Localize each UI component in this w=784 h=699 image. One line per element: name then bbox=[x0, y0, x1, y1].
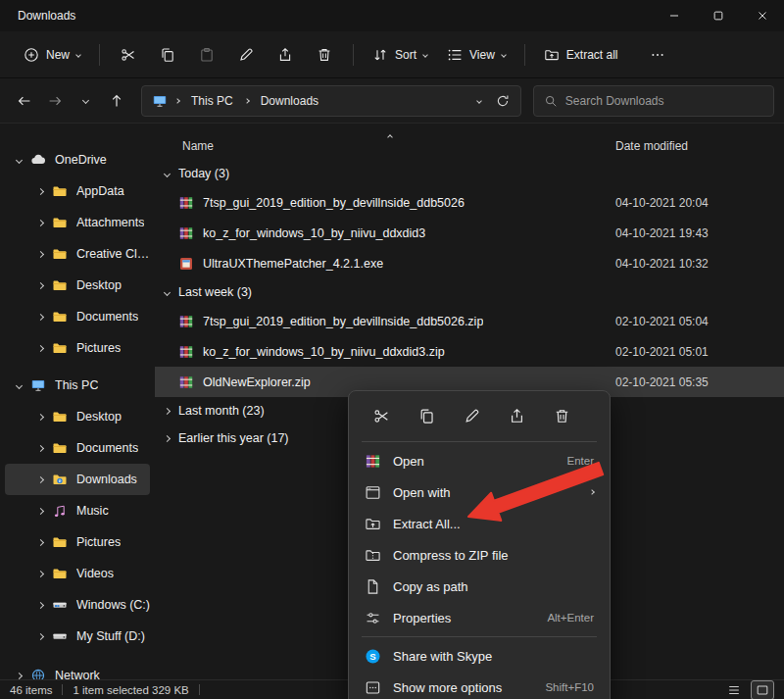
menu-item-compress-to-zip[interactable]: Compress to ZIP file bbox=[353, 539, 606, 571]
menu-item-open[interactable]: Open Enter bbox=[353, 445, 606, 476]
chevron-right-icon[interactable] bbox=[37, 632, 44, 639]
maximize-button[interactable] bbox=[696, 0, 740, 31]
chevron-right-icon[interactable] bbox=[37, 413, 44, 420]
delete-button[interactable] bbox=[545, 402, 579, 430]
address-dropdown-chevron-icon[interactable] bbox=[476, 98, 482, 104]
sidebar-item-desktop-onedrive[interactable]: Desktop bbox=[5, 270, 150, 301]
chevron-right-icon[interactable] bbox=[16, 672, 23, 678]
sidebar-item-my-stuff-d[interactable]: My Stuff (D:) bbox=[5, 621, 150, 652]
sidebar-item-music[interactable]: Music bbox=[5, 495, 150, 526]
copy-button[interactable] bbox=[410, 402, 444, 430]
menu-item-share-with-skype[interactable]: Share with Skype bbox=[353, 640, 606, 672]
chevron-right-icon[interactable] bbox=[37, 281, 44, 288]
sidebar-item-pictures-onedrive[interactable]: Pictures bbox=[5, 332, 150, 364]
menu-item-extract-all[interactable]: Extract All... bbox=[353, 508, 606, 539]
submenu-chevron-icon bbox=[589, 489, 595, 495]
share-button[interactable] bbox=[500, 402, 534, 430]
chevron-right-icon[interactable] bbox=[37, 187, 44, 194]
recent-locations-button[interactable] bbox=[72, 86, 101, 116]
chevron-right-icon[interactable] bbox=[37, 475, 44, 482]
menu-item-copy-as-path[interactable]: Copy as path bbox=[353, 571, 606, 602]
chevron-right-icon[interactable] bbox=[164, 434, 171, 441]
sort-button-label: Sort bbox=[395, 48, 416, 62]
breadcrumb-this-pc[interactable]: This PC bbox=[187, 91, 237, 111]
forward-button[interactable] bbox=[41, 86, 71, 116]
sidebar-item-videos[interactable]: Videos bbox=[5, 558, 150, 589]
minimize-button[interactable] bbox=[652, 0, 696, 31]
new-button[interactable]: New bbox=[14, 39, 90, 71]
share-button[interactable] bbox=[266, 38, 305, 72]
sidebar-item-appdata[interactable]: AppData bbox=[5, 175, 150, 207]
share-icon bbox=[277, 47, 293, 63]
chevron-right-icon[interactable] bbox=[37, 219, 44, 225]
cut-button[interactable] bbox=[365, 402, 399, 430]
sidebar-item-attachments[interactable]: Attachments bbox=[5, 207, 150, 238]
chevron-right-icon[interactable] bbox=[37, 601, 44, 608]
address-bar[interactable]: This PC Downloads bbox=[141, 85, 521, 117]
copy-button[interactable] bbox=[148, 38, 187, 72]
delete-button[interactable] bbox=[305, 38, 344, 72]
rename-button[interactable] bbox=[226, 38, 266, 72]
sidebar-item-creative-cloud[interactable]: Creative Cloud bbox=[5, 238, 150, 270]
chevron-right-icon[interactable] bbox=[37, 344, 44, 351]
search-input[interactable] bbox=[565, 94, 763, 108]
file-name: 7tsp_gui_2019_edition_by_devillnside_ddb… bbox=[203, 196, 465, 210]
chevron-right-icon[interactable] bbox=[37, 538, 44, 545]
column-header-name[interactable]: Name bbox=[182, 139, 214, 153]
file-row[interactable]: 7tsp_gui_2019_edition_by_devillnside_ddb… bbox=[155, 187, 784, 218]
sidebar-item-documents-onedrive[interactable]: Documents bbox=[5, 301, 150, 332]
view-button[interactable]: View bbox=[437, 39, 515, 71]
chevron-right-icon[interactable] bbox=[37, 507, 44, 514]
chevron-down-icon[interactable] bbox=[16, 156, 23, 163]
sidebar-item-label: AppData bbox=[76, 184, 124, 198]
extract-all-button[interactable]: Extract all bbox=[534, 39, 628, 71]
chevron-right-icon[interactable] bbox=[37, 313, 44, 320]
sidebar-item-network[interactable]: Network bbox=[5, 660, 150, 679]
file-row[interactable]: 7tsp_gui_2019_edition_by_devillnside_ddb… bbox=[155, 306, 784, 336]
new-button-label: New bbox=[46, 48, 70, 62]
window-title: Downloads bbox=[18, 9, 75, 23]
group-header-last-week[interactable]: Last week (3) bbox=[155, 278, 784, 306]
sidebar-item-desktop[interactable]: Desktop bbox=[5, 401, 150, 432]
drive-icon bbox=[52, 628, 68, 644]
file-row[interactable]: UltraUXThemePatcher_4.2.1.exe 04-10-2021… bbox=[155, 248, 784, 278]
menu-item-show-more-options[interactable]: Show more options Shift+F10 bbox=[353, 672, 606, 699]
back-arrow-icon bbox=[17, 93, 32, 109]
chevron-right-icon[interactable] bbox=[37, 570, 44, 576]
file-row[interactable]: ko_z_for_windows_10_by_niivu_ddxdid3 04-… bbox=[155, 218, 784, 248]
chevron-down-icon[interactable] bbox=[16, 381, 23, 388]
sidebar-item-onedrive[interactable]: OneDrive bbox=[5, 144, 150, 175]
rename-button[interactable] bbox=[455, 402, 489, 430]
search-box[interactable] bbox=[533, 85, 774, 117]
breadcrumb-downloads[interactable]: Downloads bbox=[257, 91, 322, 111]
column-header-date-modified[interactable]: Date modified bbox=[615, 139, 688, 153]
menu-item-open-with[interactable]: Open with bbox=[353, 476, 606, 508]
chevron-down-icon[interactable] bbox=[164, 170, 171, 176]
large-icons-view-button[interactable] bbox=[751, 680, 774, 699]
sidebar-item-downloads[interactable]: Downloads bbox=[5, 464, 150, 495]
folder-icon bbox=[52, 566, 68, 581]
sidebar-item-label: Network bbox=[55, 669, 100, 679]
sidebar-item-documents[interactable]: Documents bbox=[5, 432, 150, 464]
more-options-button[interactable] bbox=[638, 38, 677, 72]
sidebar-item-label: Videos bbox=[76, 567, 114, 580]
details-view-button[interactable] bbox=[723, 681, 745, 699]
close-button[interactable] bbox=[740, 0, 784, 31]
chevron-right-icon[interactable] bbox=[37, 250, 44, 257]
chevron-down-icon bbox=[75, 52, 81, 58]
sidebar-item-pictures[interactable]: Pictures bbox=[5, 526, 150, 558]
menu-item-properties[interactable]: Properties Alt+Enter bbox=[353, 602, 606, 633]
up-button[interactable] bbox=[103, 86, 132, 116]
refresh-icon[interactable] bbox=[495, 93, 511, 109]
sort-button[interactable]: Sort bbox=[363, 39, 437, 71]
chevron-right-icon[interactable] bbox=[164, 407, 171, 414]
sidebar-item-this-pc[interactable]: This PC bbox=[5, 370, 150, 401]
cut-button[interactable] bbox=[109, 38, 148, 72]
group-header-today[interactable]: Today (3) bbox=[155, 160, 784, 187]
sidebar-item-windows-c[interactable]: Windows (C:) bbox=[5, 589, 150, 621]
file-row[interactable]: ko_z_for_windows_10_by_niivu_ddxdid3.zip… bbox=[155, 336, 784, 367]
paste-button[interactable] bbox=[187, 38, 226, 72]
back-button[interactable] bbox=[10, 86, 39, 116]
chevron-down-icon[interactable] bbox=[164, 288, 171, 295]
chevron-right-icon[interactable] bbox=[37, 444, 44, 451]
